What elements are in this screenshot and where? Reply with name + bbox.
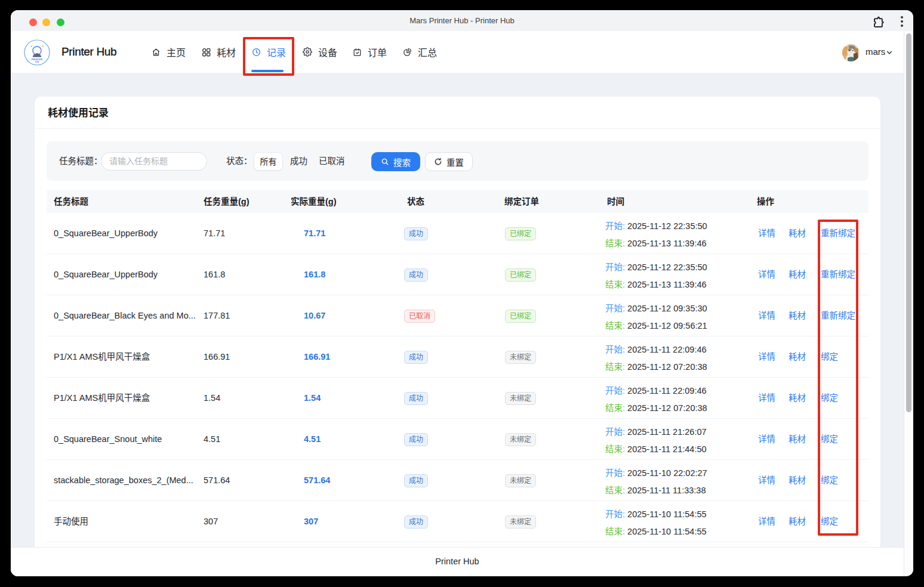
svg-text:HUB: HUB	[35, 61, 39, 63]
